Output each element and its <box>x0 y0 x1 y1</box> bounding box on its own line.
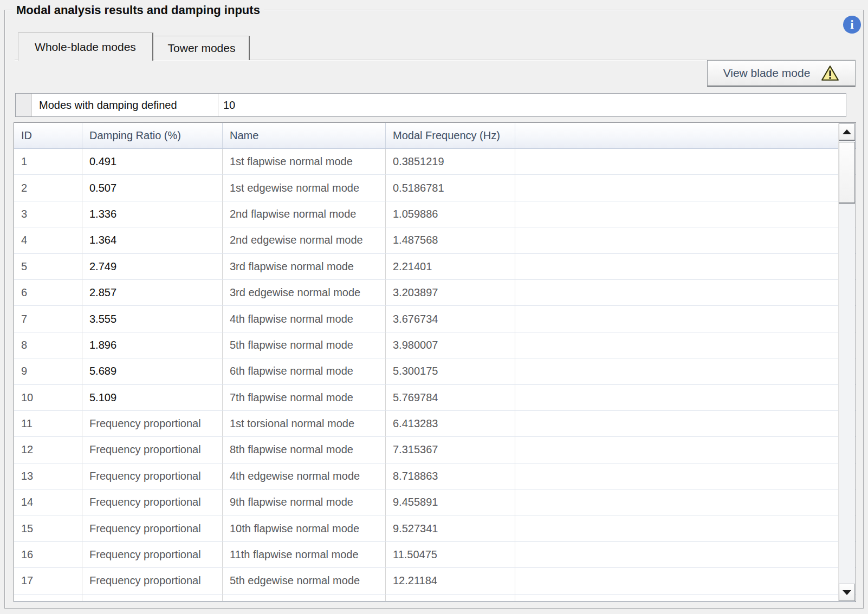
cell-filler <box>515 332 856 358</box>
table-row[interactable]: 13 Frequency proportional 4th edgewise n… <box>14 463 856 489</box>
cell-filler <box>515 254 856 279</box>
cell-name: 4th flapwise normal mode <box>223 306 386 331</box>
cell-name: 10th flapwise normal mode <box>223 515 386 541</box>
cell-id: 1 <box>14 149 82 174</box>
cell-damping[interactable]: 1.896 <box>82 332 223 358</box>
cell-filler <box>515 515 856 541</box>
cell-name: 3rd flapwise normal mode <box>223 254 386 279</box>
column-header-name: Name <box>223 123 386 148</box>
cell-freq: 0.5186781 <box>386 175 515 200</box>
cell-damping[interactable]: 1.336 <box>82 201 223 227</box>
cell-name: 5th flapwise normal mode <box>223 332 386 358</box>
cell-freq: 12.21184 <box>386 568 515 593</box>
cell-id: 5 <box>14 254 82 279</box>
cell-filler <box>515 385 856 410</box>
tab-whole-blade-modes[interactable]: Whole-blade modes <box>18 32 153 61</box>
cell-damping[interactable]: Frequency proportional <box>82 411 223 436</box>
cell-freq: 11.50475 <box>386 542 515 567</box>
cell-damping[interactable]: Frequency proportional <box>82 568 223 593</box>
table-row[interactable]: 12 Frequency proportional 8th flapwise n… <box>14 437 856 463</box>
cell-freq: 9.455891 <box>386 489 515 515</box>
warning-icon <box>821 65 839 81</box>
table-row[interactable]: 6 2.857 3rd edgewise normal mode 3.20389… <box>14 280 856 306</box>
view-blade-mode-label: View blade mode <box>723 67 811 80</box>
cell-name: 1st edgewise normal mode <box>223 175 386 200</box>
cell-freq: 3.203897 <box>386 280 515 305</box>
table-row[interactable]: 3 1.336 2nd flapwise normal mode 1.05988… <box>14 201 856 227</box>
cell-damping[interactable]: 0.507 <box>82 175 223 200</box>
cell-filler <box>515 411 856 436</box>
modes-with-damping-value[interactable]: 10 <box>218 94 846 116</box>
cell-name: 5th edgewise normal mode <box>223 568 386 593</box>
cell-name: 8th flapwise normal mode <box>223 437 386 462</box>
table-row[interactable]: 5 2.749 3rd flapwise normal mode 2.21401 <box>14 254 856 280</box>
cell-filler <box>515 306 856 331</box>
tab-tower-modes[interactable]: Tower modes <box>154 36 250 60</box>
cell-filler <box>515 437 856 462</box>
cell-id: 13 <box>14 463 82 489</box>
cell-filler <box>515 463 856 489</box>
cell-damping[interactable]: Frequency proportional <box>82 515 223 541</box>
cell-freq: 3.676734 <box>386 306 515 331</box>
table-row[interactable]: 1 0.491 1st flapwise normal mode 0.38512… <box>14 149 856 175</box>
table-row[interactable]: 17 Frequency proportional 5th edgewise n… <box>14 568 856 594</box>
table-row[interactable]: 2 0.507 1st edgewise normal mode 0.51867… <box>14 175 856 201</box>
table-row[interactable]: 8 1.896 5th flapwise normal mode 3.98000… <box>14 332 856 358</box>
cell-filler <box>515 542 856 567</box>
cell-damping[interactable]: 5.109 <box>82 385 223 410</box>
modal-analysis-panel: Modal analysis results and damping input… <box>0 0 868 614</box>
cell-id: 8 <box>14 332 82 358</box>
scroll-down-button[interactable] <box>839 584 855 601</box>
table-row[interactable]: 11 Frequency proportional 1st torsional … <box>14 411 856 437</box>
cell-damping[interactable]: 5.689 <box>82 358 223 384</box>
groupbox-title: Modal analysis results and damping input… <box>12 3 264 17</box>
cell-freq: 0.3851219 <box>386 149 515 174</box>
cell-freq: 5.300175 <box>386 358 515 384</box>
info-icon[interactable]: i <box>843 16 861 34</box>
cell-damping[interactable]: 1.364 <box>82 227 223 253</box>
scrollbar-thumb[interactable] <box>839 142 855 204</box>
cell-filler <box>515 175 856 200</box>
cell-filler <box>515 149 856 174</box>
cell-damping[interactable]: Frequency proportional <box>82 489 223 515</box>
cell-id: 2 <box>14 175 82 200</box>
cell-id: 12 <box>14 437 82 462</box>
cell-damping[interactable]: 2.749 <box>82 254 223 279</box>
view-blade-mode-button[interactable]: View blade mode <box>707 60 856 87</box>
cell-damping[interactable]: 2.857 <box>82 280 223 305</box>
table-row[interactable]: 10 5.109 7th flapwise normal mode 5.7697… <box>14 385 856 411</box>
cell-damping[interactable]: Frequency proportional <box>82 437 223 462</box>
tab-label: Whole-blade modes <box>35 41 136 54</box>
cell-name: 6th flapwise normal mode <box>223 358 386 384</box>
table-row[interactable]: 14 Frequency proportional 9th flapwise n… <box>14 489 856 515</box>
modes-table-header: ID Damping Ratio (%) Name Modal Frequenc… <box>14 123 856 149</box>
cell-id: 15 <box>14 515 82 541</box>
table-row[interactable]: 15 Frequency proportional 10th flapwise … <box>14 515 856 541</box>
cell-damping[interactable]: Frequency proportional <box>82 542 223 567</box>
cell-name: 2nd flapwise normal mode <box>223 201 386 227</box>
cell-id: 3 <box>14 201 82 227</box>
cell-filler <box>515 358 856 384</box>
cell-id: 14 <box>14 489 82 515</box>
table-row[interactable]: 9 5.689 6th flapwise normal mode 5.30017… <box>14 358 856 384</box>
table-row[interactable]: 4 1.364 2nd edgewise normal mode 1.48756… <box>14 227 856 253</box>
property-row-header <box>16 94 32 116</box>
cell-damping[interactable]: Frequency proportional <box>82 463 223 489</box>
vertical-scrollbar[interactable] <box>838 123 855 601</box>
cell-name: 1st torsional normal mode <box>223 411 386 436</box>
table-row[interactable]: 7 3.555 4th flapwise normal mode 3.67673… <box>14 306 856 332</box>
cell-filler <box>515 280 856 305</box>
table-row[interactable]: 16 Frequency proportional 11th flapwise … <box>14 542 856 568</box>
scroll-up-button[interactable] <box>839 123 855 141</box>
cell-damping[interactable]: 0.491 <box>82 149 223 174</box>
cell-freq: 1.487568 <box>386 227 515 253</box>
cell-damping[interactable]: 3.555 <box>82 306 223 331</box>
cell-freq: 2.21401 <box>386 254 515 279</box>
cell-name: 3rd edgewise normal mode <box>223 280 386 305</box>
cell-freq: 9.527341 <box>386 515 515 541</box>
cell-id: 11 <box>14 411 82 436</box>
table-row-partial <box>14 595 856 602</box>
cell-filler <box>515 568 856 593</box>
column-header-id: ID <box>14 123 82 148</box>
cell-freq: 3.980007 <box>386 332 515 358</box>
